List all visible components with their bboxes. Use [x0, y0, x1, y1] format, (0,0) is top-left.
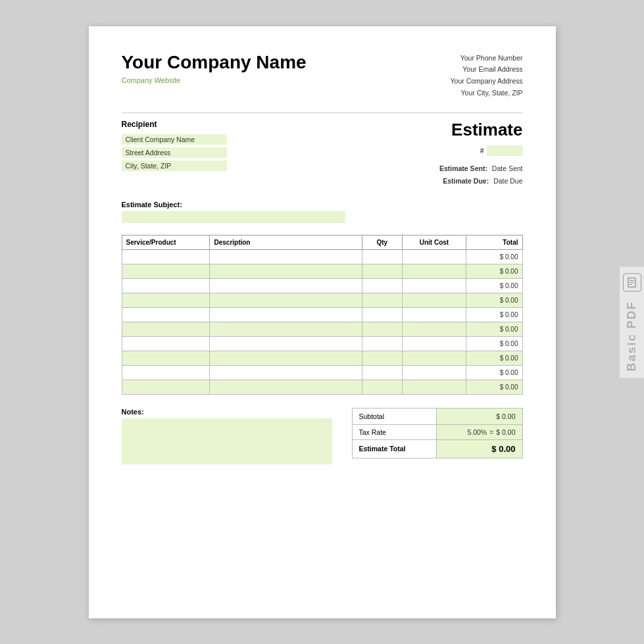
recipient-label: Recipient: [122, 120, 378, 129]
client-name-field[interactable]: Client Company Name: [122, 134, 227, 145]
estimate-total-value: $ 0.00: [436, 439, 522, 458]
qty-cell[interactable]: [362, 380, 402, 394]
col-qty: Qty: [362, 235, 402, 249]
notes-field[interactable]: [122, 418, 332, 464]
total-cell: $ 0.00: [466, 336, 522, 351]
service-cell[interactable]: [122, 278, 210, 293]
tax-rate-value: 5.00% = $ 0.00: [436, 424, 522, 439]
estimate-sent-value: Date Sent: [492, 164, 523, 172]
qty-cell[interactable]: [362, 365, 402, 380]
total-cell: $ 0.00: [466, 365, 522, 380]
description-cell[interactable]: [210, 351, 362, 365]
col-total: Total: [466, 235, 522, 249]
document-icon: [623, 273, 641, 291]
subject-field[interactable]: [122, 211, 345, 223]
total-cell: $ 0.00: [466, 322, 522, 336]
service-cell[interactable]: [122, 249, 210, 264]
recipient-estimate-section: Recipient Client Company Name Street Add…: [122, 120, 523, 187]
description-cell[interactable]: [210, 278, 362, 293]
side-tab: Basic PDF: [619, 266, 644, 378]
tax-rate-label: Tax Rate: [352, 424, 436, 439]
unit-cost-cell[interactable]: [402, 307, 466, 322]
subject-section: Estimate Subject:: [122, 201, 523, 223]
tax-rate-percent: 5.00%: [467, 428, 487, 436]
service-cell[interactable]: [122, 336, 210, 351]
bottom-section: Notes: Subtotal $ 0.00 Tax Rate 5.00% =: [122, 408, 523, 464]
city-state-zip-field[interactable]: City, State, ZIP: [122, 161, 227, 171]
total-cell: $ 0.00: [466, 278, 522, 293]
qty-cell[interactable]: [362, 322, 402, 336]
table-row[interactable]: $ 0.00: [122, 365, 522, 380]
description-cell[interactable]: [210, 307, 362, 322]
totals-table: Subtotal $ 0.00 Tax Rate 5.00% = $ 0.00: [352, 408, 523, 458]
unit-cost-cell[interactable]: [402, 380, 466, 394]
qty-cell[interactable]: [362, 278, 402, 293]
estimate-number-label: #: [480, 147, 484, 155]
company-info-right: Your Phone Number Your Email Address You…: [451, 53, 523, 99]
qty-cell[interactable]: [362, 336, 402, 351]
table-row[interactable]: $ 0.00: [122, 293, 522, 307]
service-cell[interactable]: [122, 351, 210, 365]
unit-cost-cell[interactable]: [402, 264, 466, 278]
street-address-field[interactable]: Street Address: [122, 147, 227, 158]
side-tab-label: Basic PDF: [625, 301, 639, 371]
total-cell: $ 0.00: [466, 264, 522, 278]
table-row[interactable]: $ 0.00: [122, 249, 522, 264]
estimate-sent-label: Estimate Sent:: [439, 164, 487, 172]
description-cell[interactable]: [210, 293, 362, 307]
total-cell: $ 0.00: [466, 249, 522, 264]
estimate-due-label: Estimate Due:: [443, 177, 489, 185]
qty-cell[interactable]: [362, 264, 402, 278]
estimate-due-value: Date Due: [493, 177, 522, 185]
description-cell[interactable]: [210, 365, 362, 380]
table-row[interactable]: $ 0.00: [122, 336, 522, 351]
recipient-block: Recipient Client Company Name Street Add…: [122, 120, 378, 172]
service-cell[interactable]: [122, 380, 210, 394]
table-row[interactable]: $ 0.00: [122, 380, 522, 394]
tax-value: $ 0.00: [496, 428, 515, 436]
table-row[interactable]: $ 0.00: [122, 351, 522, 365]
unit-cost-cell[interactable]: [402, 336, 466, 351]
description-cell[interactable]: [210, 264, 362, 278]
total-cell: $ 0.00: [466, 351, 522, 365]
service-cell[interactable]: [122, 264, 210, 278]
company-address: Your Company Address: [451, 76, 523, 87]
unit-cost-cell[interactable]: [402, 249, 466, 264]
unit-cost-cell[interactable]: [402, 365, 466, 380]
subject-label: Estimate Subject:: [122, 201, 523, 209]
company-email: Your Email Address: [451, 64, 523, 76]
description-cell[interactable]: [210, 322, 362, 336]
estimate-dates: Estimate Sent: Date Sent Estimate Due: D…: [378, 162, 523, 187]
page-wrapper: Basic PDF Your Company Name Company Webs…: [0, 0, 644, 644]
table-row[interactable]: $ 0.00: [122, 264, 522, 278]
service-cell[interactable]: [122, 365, 210, 380]
service-cell[interactable]: [122, 322, 210, 336]
subtotal-row: Subtotal $ 0.00: [352, 408, 522, 424]
description-cell[interactable]: [210, 336, 362, 351]
company-info-left: Your Company Name Company Website: [122, 53, 307, 85]
header: Your Company Name Company Website Your P…: [122, 53, 523, 99]
description-cell[interactable]: [210, 380, 362, 394]
estimate-number-field[interactable]: [487, 145, 523, 156]
col-description: Description: [210, 235, 362, 249]
estimate-total-label: Estimate Total: [352, 439, 436, 458]
qty-cell[interactable]: [362, 249, 402, 264]
company-city-state-zip: Your City, State, ZIP: [451, 87, 523, 99]
unit-cost-cell[interactable]: [402, 278, 466, 293]
table-row[interactable]: $ 0.00: [122, 322, 522, 336]
unit-cost-cell[interactable]: [402, 293, 466, 307]
qty-cell[interactable]: [362, 293, 402, 307]
qty-cell[interactable]: [362, 351, 402, 365]
tax-equals: =: [489, 428, 493, 436]
table-row[interactable]: $ 0.00: [122, 307, 522, 322]
table-row[interactable]: $ 0.00: [122, 278, 522, 293]
qty-cell[interactable]: [362, 307, 402, 322]
unit-cost-cell[interactable]: [402, 351, 466, 365]
estimate-due-row: Estimate Due: Date Due: [378, 175, 523, 187]
service-cell[interactable]: [122, 293, 210, 307]
service-cell[interactable]: [122, 307, 210, 322]
col-service: Service/Product: [122, 235, 210, 249]
col-unit-cost: Unit Cost: [402, 235, 466, 249]
description-cell[interactable]: [210, 249, 362, 264]
unit-cost-cell[interactable]: [402, 322, 466, 336]
